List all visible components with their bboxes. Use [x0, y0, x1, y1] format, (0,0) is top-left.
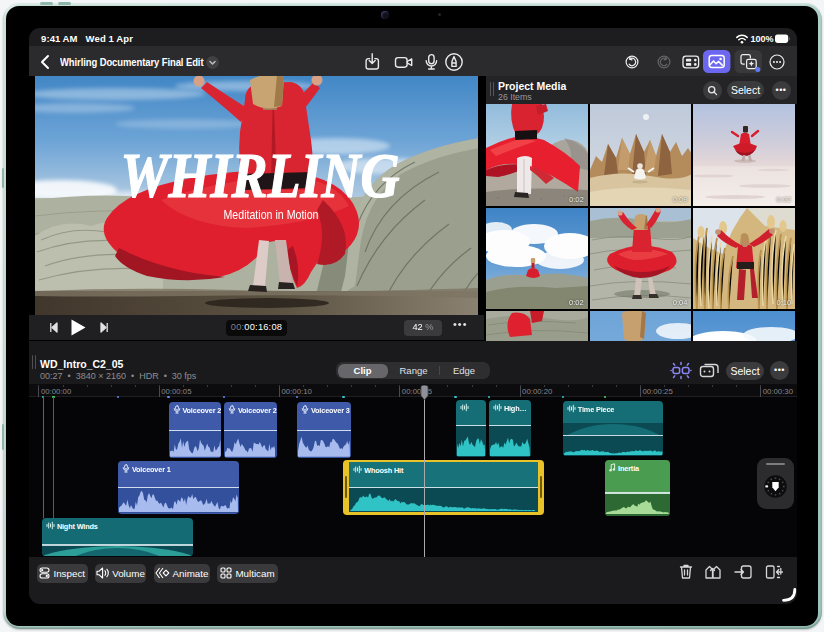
svg-text:WHIRLING: WHIRLING: [121, 141, 400, 211]
svg-text:Meditation in Motion: Meditation in Motion: [224, 207, 319, 222]
svg-text:100%: 100%: [751, 34, 774, 44]
